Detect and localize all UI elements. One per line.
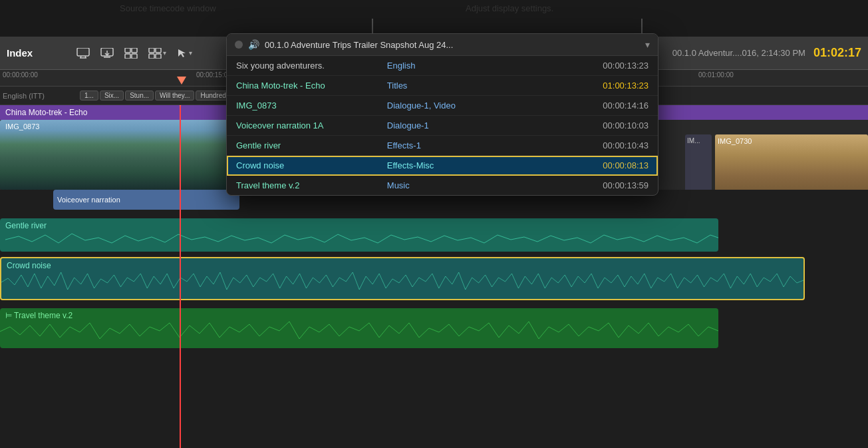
crowd-noise-track[interactable]: Crowd noise [0, 257, 805, 300]
cell-role-0: English [378, 56, 529, 76]
gentle-river-waveform [5, 228, 718, 252]
svg-rect-2 [77, 48, 89, 56]
cell-time-2: 00:00:14:16 [529, 96, 658, 116]
title-track-label: China Moto-trek - Echo [5, 108, 87, 117]
subtitle-chip-stun[interactable]: Stun... [125, 91, 154, 101]
cursor-icon [177, 48, 188, 59]
cell-name-2: IMG_0873 [227, 96, 378, 116]
cell-time-5: 00:00:08:13 [529, 156, 658, 176]
adjust-display-annotation: Adjust display settings. [466, 3, 553, 13]
cell-role-3: Dialogue-1 [378, 116, 529, 136]
cell-role-5: Effects-Misc [378, 156, 529, 176]
svg-rect-9 [125, 48, 130, 53]
svg-rect-14 [156, 48, 161, 53]
subtitle-language-label: English (ITT) [0, 92, 80, 100]
svg-rect-12 [132, 54, 137, 59]
layout-button[interactable] [121, 46, 141, 61]
table-row-5[interactable]: Crowd noise Effects-Misc 00:00:08:13 [227, 156, 658, 176]
voiceover-label: Voiceover narration [57, 196, 120, 204]
table-row-3[interactable]: Voiceover narration 1A Dialogue-1 00:00:… [227, 116, 658, 136]
cell-name-4: Gentle river [227, 136, 378, 156]
cell-role-1: Titles [378, 76, 529, 96]
svg-rect-13 [149, 48, 154, 53]
clip-label-small1: IM... [685, 136, 702, 146]
monitor-icon [76, 48, 90, 59]
dropdown-layout-button[interactable]: ▾ [145, 46, 170, 61]
popup-expand-button[interactable]: ▾ [645, 39, 650, 50]
svg-rect-11 [125, 54, 130, 59]
svg-rect-15 [149, 54, 154, 59]
popup-window: 🔊 00.1.0 Adventure Trips Trailer Snapsho… [226, 33, 658, 196]
video-clip-small1[interactable]: IM... [685, 134, 712, 190]
table-row-2[interactable]: IMG_0873 Dialogue-1, Video 00:00:14:16 [227, 96, 658, 116]
layout-icon [124, 48, 138, 59]
cell-time-1: 01:00:13:23 [529, 76, 658, 96]
cursor-dropdown-arrow: ▾ [189, 49, 192, 57]
cell-time-0: 00:00:13:23 [529, 56, 658, 76]
import-icon [100, 48, 114, 59]
svg-rect-16 [156, 54, 161, 59]
popup-titlebar: 🔊 00.1.0 Adventure Trips Trailer Snapsho… [227, 34, 658, 56]
dropdown-layout-icon [148, 48, 162, 59]
popup-traffic-light[interactable] [235, 41, 243, 49]
subtitle-chip-six[interactable]: Six... [100, 91, 124, 101]
subtitle-chip-willthey[interactable]: Will they... [155, 91, 194, 101]
clip-label-img0873: IMG_0873 [3, 121, 42, 132]
table-row-0[interactable]: Six young adventurers. English 00:00:13:… [227, 56, 658, 76]
popup-speaker-icon: 🔊 [248, 39, 259, 50]
annotations-area: Source timecode window Adjust display se… [0, 0, 868, 37]
cell-name-5: Crowd noise [227, 156, 378, 176]
table-row-6[interactable]: Travel theme v.2 Music 00:00:13:59 [227, 176, 658, 196]
cell-name-1: China Moto-trek - Echo [227, 76, 378, 96]
toolbar-right: 00.1.0 Adventur....016, 2:14:30 PM 01:02… [672, 46, 861, 60]
subtitle-chip-1[interactable]: 1... [80, 91, 98, 101]
cell-name-3: Voiceover narration 1A [227, 116, 378, 136]
ruler-playhead-marker [177, 77, 186, 85]
cell-name-6: Travel theme v.2 [227, 176, 378, 196]
crowd-noise-waveform [1, 268, 803, 296]
current-timecode: 01:02:17 [813, 46, 861, 60]
table-row-1[interactable]: China Moto-trek - Echo Titles 01:00:13:2… [227, 76, 658, 96]
svg-rect-10 [132, 48, 137, 53]
timecode-display: 00.1.0 Adventur....016, 2:14:30 PM [672, 48, 805, 58]
popup-title: 00.1.0 Adventure Trips Trailer Snapshot … [265, 40, 640, 50]
ruler-time-0: 00:00:00:00 [3, 71, 38, 79]
gentle-river-track[interactable]: Gentle river [0, 218, 718, 252]
ruler-time-60: 00:01:00:00 [698, 71, 734, 79]
clip-label-img0730: IMG_0730 [715, 136, 754, 146]
travel-theme-waveform [0, 318, 718, 345]
cell-time-6: 00:00:13:59 [529, 176, 658, 196]
cell-role-6: Music [378, 176, 529, 196]
table-row-4[interactable]: Gentle river Effects-1 00:00:10:43 [227, 136, 658, 156]
cell-name-0: Six young adventurers. [227, 56, 378, 76]
cell-role-4: Effects-1 [378, 136, 529, 156]
popup-table: Six young adventurers. English 00:00:13:… [227, 56, 658, 195]
cell-time-4: 00:00:10:43 [529, 136, 658, 156]
import-button[interactable] [97, 46, 117, 61]
cell-role-2: Dialogue-1, Video [378, 96, 529, 116]
source-timecode-annotation: Source timecode window [120, 3, 216, 13]
svg-marker-17 [178, 49, 186, 57]
cursor-button[interactable]: ▾ [174, 46, 196, 61]
dropdown-arrow: ▾ [163, 49, 166, 57]
cell-time-3: 00:00:10:03 [529, 116, 658, 136]
index-title: Index [7, 47, 60, 59]
monitor-button[interactable] [73, 46, 93, 61]
travel-theme-track[interactable]: ⊨ Travel theme v.2 [0, 308, 718, 348]
voiceover-track[interactable]: Voiceover narration [53, 190, 239, 210]
video-clip-img0730[interactable]: IMG_0730 [715, 134, 868, 190]
